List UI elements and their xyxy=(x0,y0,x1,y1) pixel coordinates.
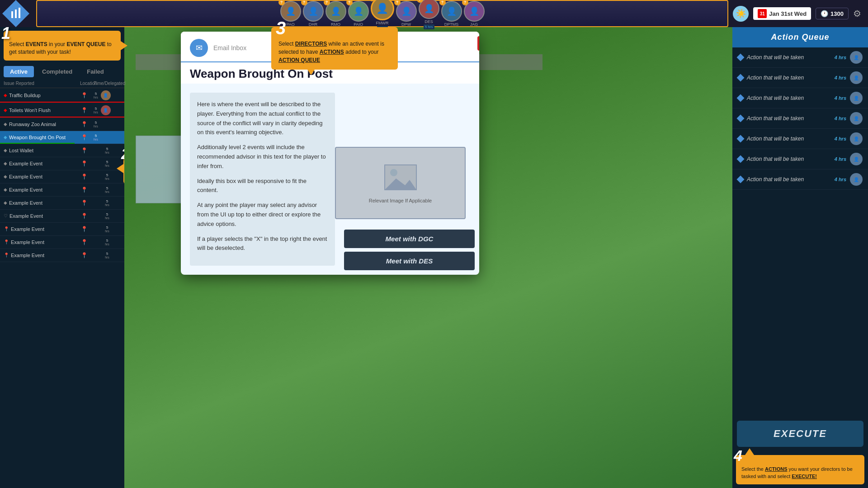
action-text-4: Action that will be taken xyxy=(747,115,831,122)
location-icon-3: 📍 xyxy=(80,120,88,128)
tab-failed[interactable]: Failed xyxy=(80,66,110,77)
action-avatar-5: 👤 xyxy=(850,132,863,145)
event-icon-8: ◆ xyxy=(4,187,7,192)
action-item-3[interactable]: Action that will be taken 4 hrs 👤 xyxy=(732,88,868,108)
director-slot-paio[interactable]: ? 👤 PAIO xyxy=(348,1,369,27)
action-btn-dgc[interactable]: Meet with DGC xyxy=(344,230,475,248)
tab-completed[interactable]: Completed xyxy=(36,66,79,77)
event-list: ◆ Traffic Buildup 📍 5hrs 👤 ◆ Toilets Won… xyxy=(0,88,124,488)
event-row-ex3[interactable]: ◆ Example Event 📍 5hrs xyxy=(0,183,124,197)
action-queue-panel: Action Queue Action that will be taken 4… xyxy=(732,27,868,488)
action-time-2: 4 hrs xyxy=(835,75,846,80)
action-diamond-1 xyxy=(737,54,745,61)
event-row-runaway-zoo[interactable]: ◆ Runaway Zoo Animal 📍 5hrs xyxy=(0,118,124,131)
location-icon-8: 📍 xyxy=(80,186,88,194)
location-icon-12: 📍 xyxy=(80,238,88,246)
action-queue-list: Action that will be taken 4 hrs 👤 Action… xyxy=(732,47,868,416)
tab-active[interactable]: Active xyxy=(4,66,34,77)
director-avatar-des: 👤 xyxy=(419,0,439,19)
director-slot-dpw[interactable]: ? 👤 DPW xyxy=(396,1,417,27)
image-caption: Relevant Image If Applicable xyxy=(364,198,436,203)
event-name-10: Example Event xyxy=(9,213,43,219)
director-slot-jag[interactable]: ? 👤 JAG xyxy=(464,1,485,27)
event-row-ex2[interactable]: ◆ Example Event 📍 5hrs 2 Read the EVENT … xyxy=(0,170,124,183)
location-icon-9: 📍 xyxy=(80,199,88,207)
action-item-6[interactable]: Action that will be taken 4 hrs 👤 xyxy=(732,149,868,169)
action-item-1[interactable]: Action that will be taken 4 hrs 👤 xyxy=(732,47,868,68)
director-name-dpw: DPW xyxy=(401,22,411,27)
action-text-6: Action that will be taken xyxy=(747,156,831,162)
location-icon-11: 📍 xyxy=(80,225,88,233)
time-7: 5hrs xyxy=(94,173,121,180)
time-12: 5hrs xyxy=(94,239,121,246)
location-icon-2: 📍 xyxy=(80,106,88,114)
director-avatar-fmwr: 👤 xyxy=(371,0,394,20)
time-13: 5hrs xyxy=(94,252,121,259)
action-avatar-3: 👤 xyxy=(850,92,863,104)
director-slot-dptms[interactable]: ? 👤 DPTMS xyxy=(441,1,462,27)
event-row-traffic-buildup[interactable]: ◆ Traffic Buildup 📍 5hrs 👤 xyxy=(0,88,124,103)
event-icon-11: 📍 xyxy=(4,226,9,231)
event-row-ex6[interactable]: 📍 Example Event 📍 5hrs xyxy=(0,223,124,236)
action-diamond-7 xyxy=(737,176,745,183)
location-icon-10: 📍 xyxy=(80,212,88,220)
email-para-5: If a player selects the "X" in the top r… xyxy=(197,235,328,253)
action-text-1: Action that will be taken xyxy=(747,54,831,61)
event-name-4: Weapon Brought On Post xyxy=(9,135,66,140)
info-badge-dhr: ? xyxy=(301,0,307,5)
director-name-jag: JAG xyxy=(470,22,478,27)
settings-icon[interactable]: ⚙ xyxy=(853,8,861,19)
tutorial-box-4: 4 Select the ACTIONS you want your direc… xyxy=(736,455,864,484)
action-item-4[interactable]: Action that will be taken 4 hrs 👤 xyxy=(732,108,868,129)
event-row-toilets[interactable]: ◆ Toilets Won't Flush 📍 5hrs 👤 xyxy=(0,103,124,118)
svg-rect-1 xyxy=(15,9,17,18)
director-name-paio: PAIO xyxy=(354,22,363,27)
director-slot-fmwr[interactable]: FMWRPersonality ? 👤 FMWR 5 hrs xyxy=(371,0,394,31)
event-row-ex5[interactable]: ♡ Example Event 📍 5hrs xyxy=(0,210,124,223)
time-10: 5hrs xyxy=(94,212,121,220)
event-table-header: Issue Reported Location Time/Delegated xyxy=(0,79,124,88)
email-icon: ✉ xyxy=(190,39,208,57)
director-slot-dhr[interactable]: ? 👤 DHR xyxy=(303,1,324,27)
event-icon-1: ◆ xyxy=(4,93,7,98)
action-avatar-6: 👤 xyxy=(850,153,863,165)
weather-icon: ☀️ xyxy=(733,6,749,22)
event-row-lost-wallet[interactable]: ◆ Lost Wallet 📍 5hrs xyxy=(0,144,124,157)
email-label: Email Inbox xyxy=(213,44,246,52)
action-diamond-6 xyxy=(737,155,745,163)
action-btn-des[interactable]: Meet with DES xyxy=(344,252,475,270)
event-row-weapon[interactable]: ◆ Weapon Brought On Post 📍 5hrs xyxy=(0,131,124,144)
tutorial-4-text: Select the ACTIONS you want your directo… xyxy=(741,466,859,480)
event-name-11: Example Event xyxy=(11,226,44,232)
event-tabs: Active Completed Failed xyxy=(0,64,124,79)
app-logo xyxy=(2,0,29,27)
action-text-2: Action that will be taken xyxy=(747,75,831,81)
event-row-ex4[interactable]: ◆ Example Event 📍 5hrs xyxy=(0,197,124,210)
director-name-dptms: DPTMS xyxy=(444,22,459,27)
director-slot-des[interactable]: ? 👤 DES 5 hrs xyxy=(419,0,439,29)
time-9: 5hrs xyxy=(94,199,121,206)
svg-rect-0 xyxy=(11,11,13,18)
close-button[interactable]: Close xyxy=(477,36,479,51)
avatar-2: 👤 xyxy=(101,105,111,115)
event-name-8: Example Event xyxy=(9,187,42,192)
event-icon-3: ◆ xyxy=(4,122,7,127)
event-icon-6: ◆ xyxy=(4,161,7,166)
event-row-ex8[interactable]: 📍 Example Event 📍 5hrs xyxy=(0,249,124,262)
action-item-2[interactable]: Action that will be taken 4 hrs 👤 xyxy=(732,68,868,88)
action-item-7[interactable]: Action that will be taken 4 hrs 👤 xyxy=(732,169,868,190)
event-icon-9: ◆ xyxy=(4,200,7,205)
event-row-ex1[interactable]: ◆ Example Event 📍 5hrs xyxy=(0,157,124,170)
header-time-delegated: Time/Delegated xyxy=(94,81,121,86)
tutorial-box-1: 1 Select EVENTS in your EVENT QUEUE to g… xyxy=(4,31,121,61)
tutorial-2-arrow xyxy=(117,164,123,173)
action-item-5[interactable]: Action that will be taken 4 hrs 👤 xyxy=(732,129,868,149)
tutorial-4-number: 4 xyxy=(734,447,742,465)
calendar-icon: 31 xyxy=(758,9,767,18)
svg-point-4 xyxy=(390,169,397,176)
time-5: 5hrs xyxy=(94,147,121,154)
director-slot-rmo[interactable]: ? 👤 RMO xyxy=(326,1,346,27)
tutorial-3-arrow xyxy=(307,70,315,75)
event-row-ex7[interactable]: 📍 Example Event 📍 5hrs xyxy=(0,236,124,249)
execute-button[interactable]: EXECUTE xyxy=(737,421,863,447)
